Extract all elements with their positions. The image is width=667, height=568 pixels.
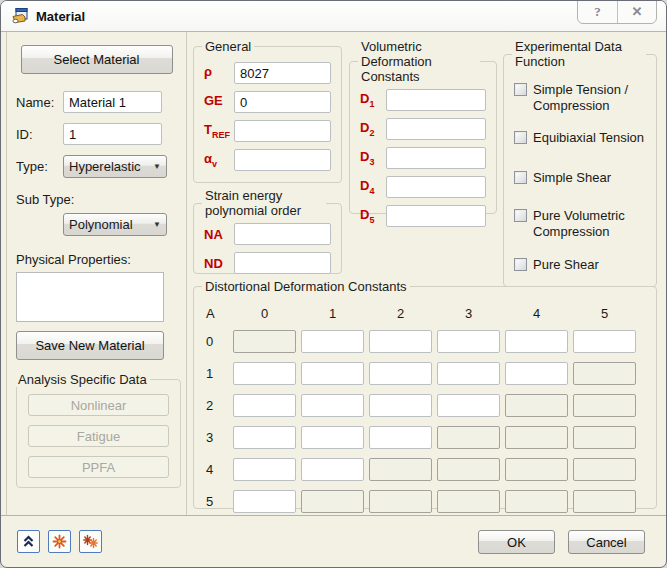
matrix-cell-0-5[interactable] [573, 330, 636, 353]
matrix-cell-0-1[interactable] [301, 330, 364, 353]
matrix-cell-0-2[interactable] [369, 330, 432, 353]
matrix-col-header-1: 1 [301, 306, 364, 321]
close-button[interactable]: ✕ [617, 1, 656, 23]
name-input[interactable] [63, 91, 162, 113]
general-group-title: General [202, 39, 254, 54]
subtype-dropdown-value: Polynomial [69, 217, 149, 232]
alpha-v-input[interactable] [234, 149, 331, 171]
nonlinear-button: Nonlinear [28, 394, 169, 416]
matrix-cell-2-1[interactable] [301, 394, 364, 417]
nd-input[interactable] [234, 252, 331, 274]
select-material-button[interactable]: Select Material [21, 45, 173, 74]
checkbox-label: Pure Shear [533, 257, 599, 273]
rho-input[interactable] [234, 62, 331, 84]
d5-input[interactable] [386, 205, 486, 227]
equibiaxial-tension-checkbox[interactable] [514, 131, 527, 144]
type-dropdown[interactable]: Hyperelastic ▼ [63, 155, 167, 178]
na-input[interactable] [234, 223, 331, 245]
matrix-cell-3-2[interactable] [369, 426, 432, 449]
d5-label: D5 [360, 207, 386, 225]
distortional-group-title: Distortional Deformation Constants [202, 279, 410, 294]
cancel-button[interactable]: Cancel [568, 530, 645, 554]
id-label: ID: [16, 127, 63, 142]
matrix-cell-3-1[interactable] [301, 426, 364, 449]
volumetric-group-title: Volumetric Deformation Constants [358, 39, 480, 84]
matrix-cell-2-2[interactable] [369, 394, 432, 417]
matrix-cell-1-4[interactable] [505, 362, 568, 385]
tref-label: TREF [204, 122, 234, 140]
d2-input[interactable] [386, 118, 486, 140]
experimental-data-group: Experimental Data Function Simple Tensio… [503, 39, 657, 287]
matrix-cell-5-0[interactable] [233, 490, 296, 513]
matrix-cell-5-3 [437, 490, 500, 513]
pure-volumetric-compression-checkbox[interactable] [514, 209, 527, 222]
matrix-col-header-0: 0 [233, 306, 296, 321]
double-burst-icon [83, 534, 98, 549]
volumetric-group: Volumetric Deformation Constants D1 D2 D… [349, 39, 497, 214]
dialog-title: Material [36, 9, 85, 24]
double-burst-button[interactable] [79, 530, 102, 553]
matrix-cell-4-4 [505, 458, 568, 481]
pure-shear-checkbox[interactable] [514, 258, 527, 271]
physical-properties-listbox[interactable] [16, 272, 164, 322]
checkbox-label: Simple Tension / Compression [533, 82, 646, 113]
burst-button[interactable] [48, 530, 71, 553]
matrix-cell-1-5 [573, 362, 636, 385]
double-chevron-up-button[interactable] [17, 530, 40, 553]
matrix-cell-4-0[interactable] [233, 458, 296, 481]
matrix-row-header-3: 3 [204, 430, 228, 445]
tref-input[interactable] [234, 120, 331, 142]
na-label: NA [204, 227, 234, 242]
subtype-label: Sub Type: [16, 192, 74, 207]
footer-bar: OK Cancel [1, 515, 666, 567]
matrix-cell-2-5 [573, 394, 636, 417]
strain-energy-group: Strain energy polynomial order NA ND [193, 188, 342, 274]
matrix-cell-1-0[interactable] [233, 362, 296, 385]
chevron-down-icon: ▼ [153, 162, 161, 171]
dialog-content: Select Material Name: ID: Type: Hyperela… [1, 32, 666, 516]
matrix-col-header-3: 3 [437, 306, 500, 321]
matrix-cell-2-3[interactable] [437, 394, 500, 417]
matrix-cell-3-5 [573, 426, 636, 449]
matrix-cell-0-3[interactable] [437, 330, 500, 353]
matrix-cell-2-0[interactable] [233, 394, 296, 417]
type-dropdown-value: Hyperelastic [69, 159, 149, 174]
fatigue-button: Fatigue [28, 425, 169, 447]
ge-input[interactable] [234, 91, 331, 113]
d4-input[interactable] [386, 176, 486, 198]
matrix-cell-1-3[interactable] [437, 362, 500, 385]
d3-input[interactable] [386, 147, 486, 169]
rho-label: ρ [204, 64, 234, 82]
matrix-corner-label: A [204, 306, 228, 321]
simple-tension-compression-checkbox[interactable] [514, 83, 527, 96]
help-button[interactable]: ? [578, 1, 617, 23]
material-dialog: Material ? ✕ Select Material Name: ID: T… [0, 0, 667, 568]
matrix-cell-4-1[interactable] [301, 458, 364, 481]
matrix-cell-1-2[interactable] [369, 362, 432, 385]
subtype-dropdown[interactable]: Polynomial ▼ [63, 213, 167, 236]
titlebar-buttons: ? ✕ [577, 0, 657, 24]
matrix-cell-5-1 [301, 490, 364, 513]
simple-shear-checkbox[interactable] [514, 171, 527, 184]
general-group: General ρ GE TREF αv [193, 39, 342, 183]
matrix-cell-1-1[interactable] [301, 362, 364, 385]
matrix-cell-0-4[interactable] [505, 330, 568, 353]
save-new-material-button[interactable]: Save New Material [16, 331, 164, 360]
ppfa-button: PPFA [28, 456, 169, 478]
matrix-col-header-5: 5 [573, 306, 636, 321]
matrix-row-header-4: 4 [204, 462, 228, 477]
d2-label: D2 [360, 120, 386, 138]
matrix-cell-3-4 [505, 426, 568, 449]
type-label: Type: [16, 159, 63, 174]
physical-properties-label: Physical Properties: [16, 252, 131, 267]
nd-label: ND [204, 256, 234, 271]
matrix-cell-5-4 [505, 490, 568, 513]
id-input[interactable] [63, 123, 162, 145]
distortional-deformation-group: Distortional Deformation Constants A0123… [193, 279, 657, 509]
d1-input[interactable] [386, 89, 486, 111]
matrix-cell-3-0[interactable] [233, 426, 296, 449]
analysis-group-title: Analysis Specific Data [15, 372, 150, 387]
ok-button[interactable]: OK [478, 530, 555, 554]
matrix-cell-4-3 [437, 458, 500, 481]
d4-label: D4 [360, 178, 386, 196]
